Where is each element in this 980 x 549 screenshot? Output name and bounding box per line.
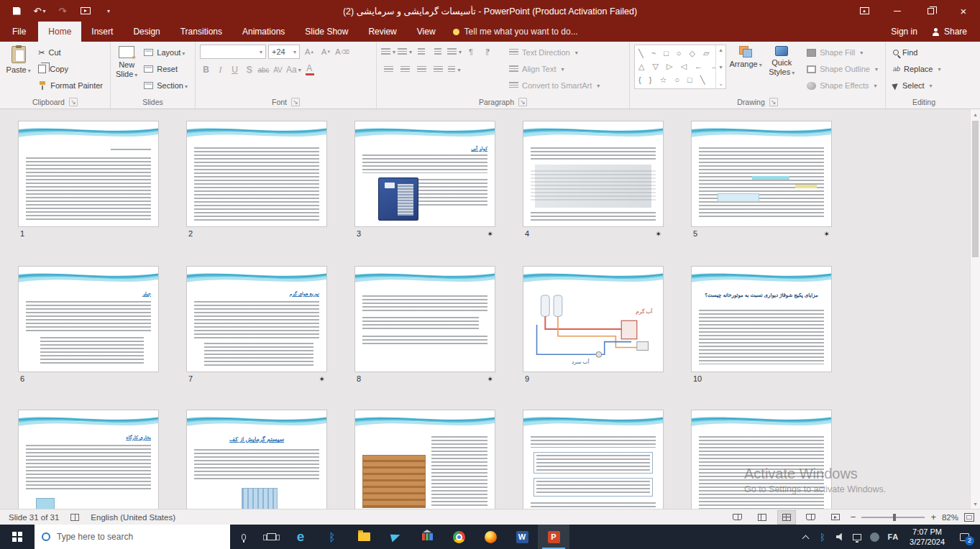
zoom-slider[interactable] — [861, 517, 925, 518]
slide-thumbnail[interactable]: 2 — [186, 121, 327, 238]
zoom-slider-thumb[interactable] — [893, 514, 896, 521]
left-to-right-button[interactable]: ¶ — [464, 45, 478, 59]
select-button[interactable]: Select — [890, 78, 943, 93]
tab-review[interactable]: Review — [358, 22, 406, 42]
clock[interactable]: 7:07 PM 3/27/2024 — [903, 527, 951, 548]
slide-thumbnail[interactable]: 8✶ — [354, 266, 495, 383]
slide-thumbnail[interactable]: 4✶ — [523, 121, 664, 238]
copy-button[interactable]: Copy — [35, 61, 106, 77]
drawing-dialog-launcher[interactable]: ↘ — [769, 98, 778, 106]
customize-qat-button[interactable]: ▾ — [99, 0, 118, 22]
fit-to-window-button[interactable] — [964, 513, 974, 522]
tab-slide-show[interactable]: Slide Show — [295, 22, 358, 42]
font-size-combo[interactable]: +24▾ — [268, 45, 300, 59]
bold-button[interactable]: B — [200, 63, 212, 77]
find-button[interactable]: Find — [890, 45, 943, 60]
slide-sorter-view-button[interactable] — [777, 510, 796, 525]
tab-insert[interactable]: Insert — [81, 22, 123, 42]
clipboard-dialog-launcher[interactable]: ↘ — [69, 98, 78, 106]
slide-thumbnail[interactable]: سیستم گرمایش از کف 12 — [186, 410, 327, 509]
network-button[interactable] — [848, 525, 866, 549]
search-box[interactable]: Type here to search — [35, 525, 230, 549]
tray-bluetooth[interactable]: ᛒ — [814, 525, 831, 549]
share-button[interactable]: Share — [932, 27, 967, 37]
taskbar-bluetooth[interactable]: ᛒ — [316, 525, 348, 549]
taskbar-chrome[interactable] — [443, 525, 475, 549]
tell-me-box[interactable]: Tell me what you want to do... — [453, 22, 578, 42]
slide-thumbnail[interactable]: آب گرم آب سرد 9 — [523, 266, 664, 383]
change-case-button[interactable]: Aa — [286, 63, 301, 77]
columns-button[interactable] — [447, 63, 462, 77]
save-button[interactable] — [7, 0, 26, 22]
taskbar-pinned-app[interactable] — [411, 525, 443, 549]
slideshow-view-button[interactable] — [826, 510, 845, 525]
sign-in-button[interactable]: Sign in — [891, 27, 917, 37]
slide-thumbnail[interactable]: مزایای پکیج شوفاژ دیواری نسبت به موتورخا… — [691, 266, 832, 383]
text-shadow-button[interactable]: S — [243, 63, 255, 77]
volume-button[interactable] — [831, 525, 848, 549]
undo-button[interactable]: ↶▾ — [30, 0, 49, 22]
slide-thumbnail[interactable]: 13 — [354, 410, 495, 509]
slide-thumbnail[interactable]: 15 — [691, 410, 832, 509]
gallery-more-icon[interactable]: ⌄ — [718, 80, 723, 87]
shape-fill-button[interactable]: Shape Fill — [804, 45, 881, 60]
slide-thumbnail[interactable]: چیلر 6 — [18, 266, 159, 383]
undo-dropdown-icon[interactable]: ▾ — [42, 8, 45, 14]
shape-effects-button[interactable]: Shape Effects — [804, 78, 881, 93]
restore-button[interactable] — [914, 0, 947, 22]
shapes-gallery-scrollbar[interactable]: ▴ ▾ ⌄ — [715, 45, 725, 88]
zoom-out-button[interactable]: − — [851, 512, 856, 522]
shape-outline-button[interactable]: Shape Outline — [804, 61, 881, 77]
redo-button[interactable]: ↷ — [53, 0, 72, 22]
tab-transitions[interactable]: Transitions — [170, 22, 232, 42]
convert-to-smartart-button[interactable]: Convert to SmartArt — [506, 78, 603, 93]
tray-app-button[interactable] — [866, 525, 883, 549]
proofing-icon[interactable] — [70, 514, 79, 521]
zoom-percentage[interactable]: 82% — [942, 513, 958, 522]
character-spacing-button[interactable]: AV — [272, 63, 284, 77]
slide-thumbnail[interactable]: بخاری کارگاه 11 — [18, 410, 159, 509]
scroll-up-icon[interactable]: ▴ — [719, 47, 722, 53]
slide-thumbnail[interactable]: 14 — [523, 410, 664, 509]
replace-button[interactable]: abReplace — [890, 61, 943, 77]
decrease-font-size-button[interactable]: A▾ — [319, 45, 333, 59]
scrollbar-thumb[interactable] — [972, 121, 979, 257]
format-painter-button[interactable]: Format Painter — [35, 78, 106, 93]
vertical-scrollbar[interactable]: ▴ ▾ — [970, 109, 980, 509]
ribbon-display-options-button[interactable]: ▴ — [848, 0, 881, 22]
font-color-button[interactable]: A — [303, 63, 316, 77]
normal-view-button[interactable] — [753, 510, 771, 525]
action-center-button[interactable]: 2 — [951, 533, 977, 541]
text-direction-button[interactable]: Text Direction — [506, 45, 603, 60]
slide-thumbnail[interactable]: 5✶ — [691, 121, 832, 238]
align-text-button[interactable]: Align Text — [506, 61, 603, 77]
layout-button[interactable]: Layout — [141, 45, 191, 60]
align-center-button[interactable] — [398, 63, 412, 77]
slide-thumbnail[interactable]: کولر آبی 3✶ — [354, 121, 495, 238]
cut-button[interactable]: ✂Cut — [35, 45, 106, 60]
language-label[interactable]: English (United States) — [91, 513, 175, 522]
increase-font-size-button[interactable]: A▴ — [302, 45, 316, 59]
arrange-button[interactable]: Arrange — [729, 45, 762, 69]
justify-button[interactable] — [431, 63, 445, 77]
numbering-button[interactable] — [398, 45, 412, 59]
reading-view-button[interactable] — [802, 510, 820, 525]
language-indicator[interactable]: FA — [883, 532, 903, 541]
dictation-button[interactable] — [230, 525, 257, 549]
hidden-icons-button[interactable] — [797, 525, 814, 549]
increase-indent-button[interactable] — [431, 45, 445, 59]
slide-thumbnail[interactable]: توزیع هوای گرم 7✶ — [186, 266, 327, 383]
shapes-gallery[interactable]: ╲ ~ □ ○ ◇ ▱ △ ▽ ▷ ◁ ← → { } ☆ ○ □ ╲ ▴ ▾ … — [634, 45, 726, 89]
scroll-down-arrow[interactable]: ▾ — [971, 499, 980, 509]
align-left-button[interactable] — [381, 63, 395, 77]
zoom-in-button[interactable]: + — [930, 512, 936, 522]
strikethrough-button[interactable]: abc — [257, 63, 270, 77]
scroll-up-arrow[interactable]: ▴ — [971, 109, 980, 119]
task-view-button[interactable] — [257, 525, 285, 549]
close-button[interactable]: × — [947, 0, 980, 22]
slide-sorter-area[interactable]: 1 2 کولر آبی 3✶ — [0, 109, 980, 509]
tab-home[interactable]: Home — [38, 22, 81, 42]
clear-formatting-button[interactable]: A⌫ — [335, 45, 349, 59]
decrease-indent-button[interactable] — [414, 45, 429, 59]
paste-button[interactable]: Paste — [4, 45, 32, 75]
